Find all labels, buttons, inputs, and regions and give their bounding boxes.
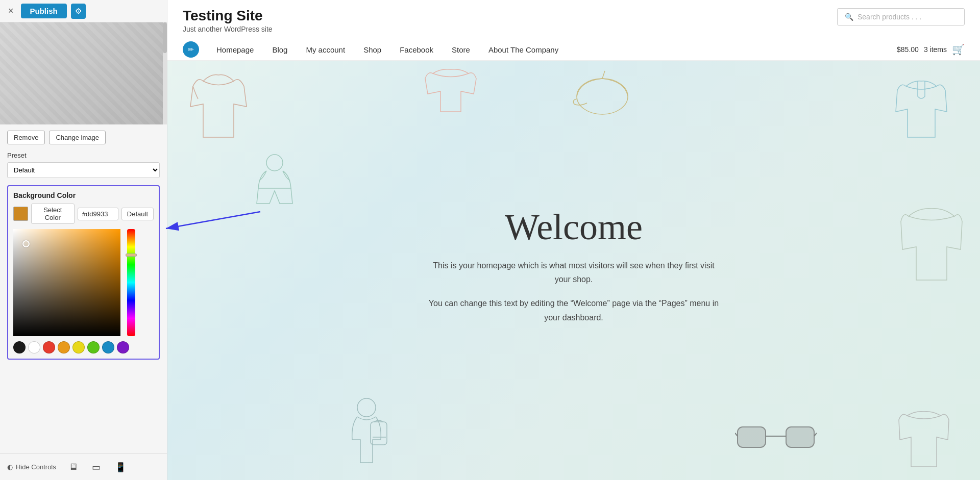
bg-color-label: Background Color <box>13 191 154 199</box>
cart-items: 3 items <box>924 45 947 54</box>
site-title-area: Testing Site Just another WordPress site… <box>183 8 965 39</box>
nav-item-blog[interactable]: Blog <box>263 39 297 60</box>
change-image-button[interactable]: Change image <box>49 131 106 144</box>
hex-input[interactable] <box>78 208 118 220</box>
clothing-sketch-polo <box>893 76 949 144</box>
svg-rect-4 <box>738 427 766 447</box>
top-bar: × Publish ⚙ <box>0 0 167 22</box>
mobile-button[interactable]: 📱 <box>113 460 128 475</box>
scrollbar-track[interactable] <box>163 22 167 124</box>
hue-slider[interactable] <box>127 229 135 336</box>
welcome-title: Welcome <box>505 206 643 248</box>
hide-controls-button[interactable]: ◐ Hide Controls <box>7 463 56 471</box>
clothing-sketch-backpack-person <box>341 396 397 470</box>
site-title: Testing Site <box>183 8 273 24</box>
welcome-text-1: This is your homepage which is what most… <box>426 259 722 286</box>
hide-controls-label: Hide Controls <box>16 463 56 471</box>
hide-icon: ◐ <box>7 463 13 471</box>
preset-dot-purple[interactable] <box>117 341 129 353</box>
preset-dot-red[interactable] <box>43 341 55 353</box>
clothing-sketch-sunglasses <box>735 417 817 460</box>
panel-content: Remove Change image Preset Default Light… <box>0 124 167 480</box>
preset-label: Preset <box>7 151 160 159</box>
cart-area: $85.00 3 items 🛒 <box>897 43 965 56</box>
nav-item-store[interactable]: Store <box>443 39 479 60</box>
svg-point-2 <box>266 155 283 171</box>
left-panel: × Publish ⚙ Remove Change image Preset D… <box>0 0 167 480</box>
preset-dot-blue[interactable] <box>102 341 114 353</box>
site-branding: Testing Site Just another WordPress site <box>183 8 273 33</box>
cart-icon[interactable]: 🛒 <box>952 43 965 56</box>
cart-price: $85.00 <box>897 45 919 54</box>
preset-dot-orange[interactable] <box>58 341 70 353</box>
hue-slider-container <box>126 229 137 336</box>
site-header: Testing Site Just another WordPress site… <box>167 0 980 61</box>
search-box[interactable]: 🔍 Search products . . . <box>837 8 965 26</box>
svg-point-6 <box>357 398 376 417</box>
search-icon: 🔍 <box>845 13 853 21</box>
welcome-text-2: You can change this text by editing the … <box>426 296 722 324</box>
clothing-sketch-jacket <box>188 71 249 144</box>
preset-select[interactable]: Default Light Dark Custom <box>7 162 160 178</box>
scrollbar-thumb[interactable] <box>163 22 167 53</box>
nav-bar: ✏ Homepage Blog My account Shop Facebook… <box>183 39 965 60</box>
search-placeholder: Search products . . . <box>857 13 921 21</box>
image-preview <box>0 22 167 124</box>
color-row: Select Color Default <box>13 204 154 224</box>
edit-pencil-button[interactable]: ✏ <box>183 41 199 58</box>
nav-item-homepage[interactable]: Homepage <box>207 39 263 60</box>
publish-button[interactable]: Publish <box>21 4 67 18</box>
color-gradient-picker[interactable] <box>13 229 120 336</box>
svg-rect-5 <box>786 427 814 447</box>
settings-button[interactable]: ⚙ <box>71 4 86 19</box>
svg-rect-7 <box>371 422 387 445</box>
nav-item-facebook[interactable]: Facebook <box>390 39 443 60</box>
clothing-sketch-sleeve <box>898 204 965 287</box>
hue-handle[interactable] <box>126 254 137 257</box>
nav-items: Homepage Blog My account Shop Facebook S… <box>207 39 897 60</box>
color-picker-area <box>13 229 154 336</box>
bg-color-section: Background Color Select Color Default <box>7 185 160 360</box>
nav-item-myaccount[interactable]: My account <box>297 39 354 60</box>
close-button[interactable]: × <box>5 5 17 17</box>
preset-dot-yellow[interactable] <box>72 341 85 353</box>
hero-section: Welcome This is your homepage which is w… <box>167 61 980 480</box>
image-buttons-row: Remove Change image <box>7 131 160 144</box>
select-color-button[interactable]: Select Color <box>31 204 75 224</box>
main-content: Testing Site Just another WordPress site… <box>167 0 980 480</box>
clothing-sketch-baby <box>249 153 300 211</box>
clothing-sketch-shirt-top <box>423 66 479 119</box>
color-swatch[interactable] <box>13 207 28 221</box>
nav-item-about[interactable]: About The Company <box>479 39 568 60</box>
remove-image-button[interactable]: Remove <box>7 131 45 144</box>
preset-colors <box>13 341 154 353</box>
nav-item-shop[interactable]: Shop <box>354 39 390 60</box>
desktop-button[interactable]: 🖥 <box>66 460 80 474</box>
preset-dot-green[interactable] <box>87 341 100 353</box>
svg-point-3 <box>577 79 628 114</box>
clothing-sketch-cap <box>572 68 633 121</box>
bottom-bar: ◐ Hide Controls 🖥 ▭ 📱 <box>0 453 167 480</box>
default-button[interactable]: Default <box>121 208 154 220</box>
tablet-button[interactable]: ▭ <box>90 460 103 475</box>
preset-dot-white[interactable] <box>28 341 40 353</box>
preset-dot-black[interactable] <box>13 341 26 353</box>
site-tagline: Just another WordPress site <box>183 25 273 33</box>
clothing-sketch-tshirt-gray <box>896 407 952 475</box>
